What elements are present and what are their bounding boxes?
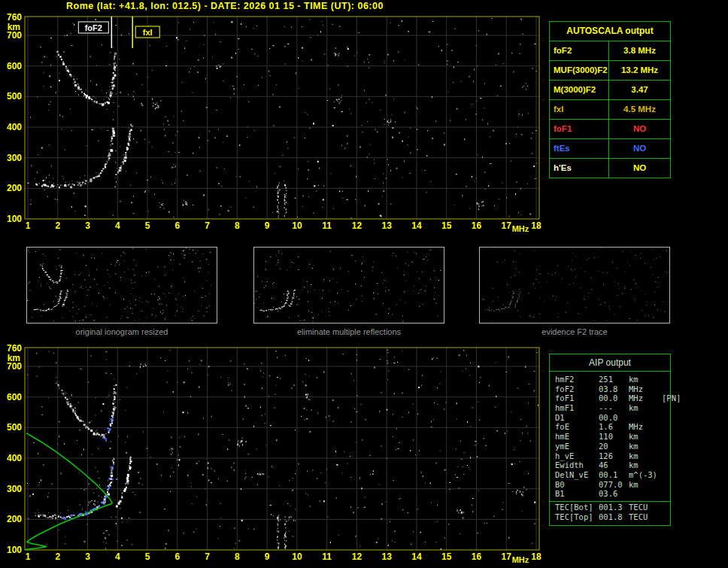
aip-unit bbox=[629, 489, 662, 499]
aip-unit: MHz bbox=[629, 422, 662, 432]
thumbnail-original-caption: original ionogram resized bbox=[26, 327, 217, 336]
aip-row-yme: ymE20km bbox=[550, 442, 670, 451]
aip-param: ymE bbox=[555, 442, 599, 451]
autoscala-param-label: h'Es bbox=[550, 159, 609, 178]
svg-text:12: 12 bbox=[352, 551, 362, 562]
aip-note bbox=[662, 442, 670, 451]
svg-text:9: 9 bbox=[265, 220, 270, 231]
autoscala-table-rows: foF23.8 MHzMUF(3000)F213.2 MHzM(3000)F23… bbox=[550, 41, 670, 178]
aip-row-ewidth: Ewidth46km bbox=[550, 460, 670, 470]
svg-text:500: 500 bbox=[7, 91, 22, 102]
svg-text:10: 10 bbox=[292, 220, 302, 231]
aip-param: foF2 bbox=[555, 384, 599, 394]
aip-note bbox=[662, 451, 670, 461]
aip-row-hme: hmE110km bbox=[550, 432, 670, 442]
aip-output-table: AIP output hmF2251kmfoF203.8MHzfoF100.0M… bbox=[549, 354, 671, 526]
svg-text:100: 100 bbox=[7, 214, 22, 224]
aip-value: 03.6 bbox=[599, 489, 629, 499]
autoscala-output-table: AUTOSCALA output foF23.8 MHzMUF(3000)F21… bbox=[549, 21, 671, 178]
autoscala-param-value: 13.2 MHz bbox=[609, 61, 670, 80]
svg-text:15: 15 bbox=[441, 220, 452, 231]
aip-row-hmf1: hmF1---km bbox=[550, 403, 670, 413]
thumbnail-original-ionogram: original ionogram resized bbox=[26, 247, 217, 336]
aip-row-b1: B103.6 bbox=[550, 489, 670, 499]
aip-param: foE bbox=[555, 422, 599, 432]
svg-text:3: 3 bbox=[85, 220, 90, 231]
svg-text:100: 100 bbox=[7, 545, 22, 555]
aip-param: B0 bbox=[555, 480, 599, 490]
svg-text:12: 12 bbox=[352, 220, 362, 231]
svg-text:10: 10 bbox=[292, 551, 302, 562]
noise-layer bbox=[27, 350, 538, 550]
svg-text:1: 1 bbox=[26, 551, 31, 562]
svg-text:9: 9 bbox=[265, 551, 270, 562]
aip-value: 46 bbox=[599, 460, 629, 470]
aip-unit: km bbox=[629, 375, 662, 384]
aip-row-deln-ve: DelN_vE00.1m^(-3) bbox=[550, 470, 670, 480]
axis-labels: 123456789101112131415161718MHz7607006005… bbox=[7, 343, 541, 564]
aip-value: 077.0 bbox=[599, 480, 629, 490]
aip-row-d1: D100.0 bbox=[550, 413, 670, 423]
aip-param: hmF2 bbox=[555, 375, 599, 384]
svg-text:11: 11 bbox=[322, 551, 332, 562]
aip-value: 20 bbox=[599, 442, 629, 451]
svg-text:760: 760 bbox=[7, 343, 22, 354]
aip-note bbox=[662, 489, 670, 499]
aip-value: 00.1 bbox=[599, 470, 629, 480]
aip-row-hmf2: hmF2251km bbox=[550, 375, 670, 384]
tec-separator-line bbox=[550, 501, 670, 502]
aip-unit: km bbox=[629, 451, 662, 461]
aip-value: 00.0 bbox=[599, 413, 629, 423]
aip-row-tec-top: TEC[Top]001.8TECU bbox=[550, 512, 670, 522]
svg-text:600: 600 bbox=[7, 392, 22, 402]
autoscala-param-label: ftEs bbox=[550, 139, 609, 158]
thumb-noise-layer bbox=[254, 250, 441, 322]
thumb-trace-layer bbox=[34, 265, 69, 312]
thumbnail-original-ionogram-image bbox=[26, 247, 217, 323]
svg-text:18: 18 bbox=[531, 220, 541, 231]
aip-row-b0: B0077.0km bbox=[550, 480, 670, 490]
fxI-marker-label: fxI bbox=[143, 28, 153, 37]
svg-text:km: km bbox=[8, 353, 20, 363]
aip-note bbox=[662, 460, 670, 470]
thumbnail-eliminate-reflections: eliminate multiple reflections bbox=[253, 247, 444, 336]
aip-unit: MHz bbox=[629, 393, 662, 403]
autoscala-row-muf-3000-f2: MUF(3000)F213.2 MHz bbox=[550, 61, 670, 80]
svg-text:7: 7 bbox=[205, 551, 210, 562]
aip-note bbox=[662, 413, 670, 423]
aip-unit: km bbox=[629, 403, 662, 413]
thumb-noise-layer bbox=[483, 248, 667, 321]
aip-note bbox=[662, 512, 670, 522]
aip-row-tec-bot: TEC[Bot]001.3TECU bbox=[550, 503, 670, 512]
aip-unit: TECU bbox=[629, 512, 662, 522]
svg-text:11: 11 bbox=[322, 220, 332, 231]
svg-text:8: 8 bbox=[235, 551, 240, 562]
autoscala-row-m-3000-f2: M(3000)F23.47 bbox=[550, 80, 670, 100]
aip-unit bbox=[629, 413, 662, 423]
autoscala-param-label: M(3000)F2 bbox=[550, 80, 609, 99]
electron-density-profile-line bbox=[25, 433, 112, 550]
aip-value: 1.6 bbox=[599, 422, 629, 432]
aip-note bbox=[662, 375, 670, 384]
autoscala-row-ftes: ftEsNO bbox=[550, 139, 670, 159]
svg-text:760: 760 bbox=[7, 12, 22, 23]
autoscala-row-fxi: fxI4.5 MHz bbox=[550, 100, 670, 120]
aip-unit: TECU bbox=[629, 503, 662, 512]
aip-param: TEC[Top] bbox=[555, 512, 599, 522]
thumbnail-eliminate-caption: eliminate multiple reflections bbox=[253, 327, 444, 336]
aip-table-title: AIP output bbox=[550, 354, 670, 372]
aip-value: 126 bbox=[599, 451, 629, 461]
svg-text:300: 300 bbox=[7, 484, 22, 494]
aip-note bbox=[662, 470, 670, 480]
autoscala-param-label: MUF(3000)F2 bbox=[550, 61, 609, 80]
thumb-noise-layer bbox=[27, 248, 211, 321]
autoscala-screen: Rome (lat: +41.8, lon: 012.5) - DATE: 20… bbox=[0, 0, 728, 568]
svg-text:17: 17 bbox=[502, 551, 512, 562]
aip-note bbox=[662, 403, 670, 413]
aip-unit: km bbox=[629, 460, 662, 470]
autoscala-param-label: foF2 bbox=[550, 41, 609, 60]
svg-text:400: 400 bbox=[7, 453, 22, 463]
aip-unit: km bbox=[629, 442, 662, 451]
aip-unit: km bbox=[629, 480, 662, 490]
aip-param: hmE bbox=[555, 432, 599, 442]
